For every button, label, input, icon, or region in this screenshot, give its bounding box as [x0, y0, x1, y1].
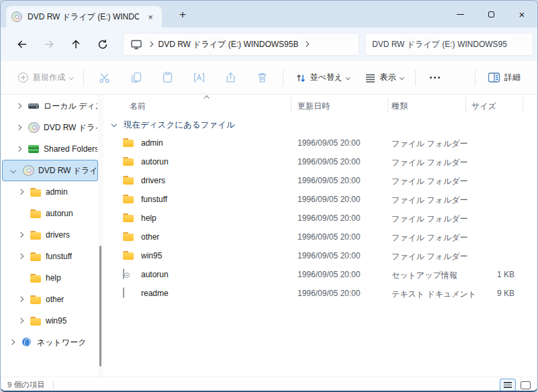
file-type: セットアップ情報: [392, 270, 457, 281]
file-name: admin: [141, 138, 163, 148]
sidebar-item-local-disk[interactable]: ローカル ディスク: [1, 95, 98, 117]
sidebar-scrollbar-thumb[interactable]: [99, 246, 101, 366]
table-row[interactable]: admin 1996/09/05 20:00 ファイル フォルダー: [105, 134, 537, 152]
sidebar-item-drivers[interactable]: drivers: [1, 224, 98, 246]
column-header-modified[interactable]: 更新日時: [298, 101, 330, 112]
breadcrumb[interactable]: DVD RW ドライブ (E:) WINDOWS95B: [159, 39, 299, 50]
sidebar-item-label: other: [46, 295, 64, 304]
file-date: 1996/09/05 20:00: [298, 270, 360, 279]
chevron-right-icon[interactable]: [18, 232, 24, 238]
tab-title: DVD RW ドライブ (E:) WINDOWS: [28, 11, 139, 23]
chevron-right-icon[interactable]: [16, 125, 21, 130]
details-pane-button[interactable]: 詳細: [480, 66, 528, 90]
share-button[interactable]: [215, 66, 246, 90]
dvd-disc-icon: [11, 11, 22, 22]
file-name: drivers: [141, 176, 165, 185]
column-divider[interactable]: [388, 97, 388, 113]
folder-icon: [123, 138, 134, 148]
file-list: 名前 更新日時 種類 サイズ 現在ディスクにあるファイル admin 1996/…: [105, 95, 537, 377]
sidebar-item-label: DVD RW ドライブ: [38, 165, 97, 177]
sort-button[interactable]: 並べ替え: [288, 66, 357, 90]
up-button[interactable]: [62, 33, 89, 56]
view-toggles: [500, 379, 531, 391]
text-document-icon: [123, 287, 124, 298]
table-row[interactable]: readme 1996/09/05 20:00 テキスト ドキュメント 9 KB: [105, 284, 537, 303]
column-header-type[interactable]: 種類: [392, 101, 408, 112]
new-item-button[interactable]: 新規作成: [18, 72, 79, 83]
address-bar[interactable]: DVD RW ドライブ (E:) WINDOWS95B: [123, 33, 359, 56]
search-input[interactable]: DVD RW ドライブ (E:) WINDOWS95: [365, 33, 533, 56]
minimize-button[interactable]: [445, 1, 476, 28]
folder-icon: [123, 156, 134, 166]
file-date: 1996/09/05 20:00: [298, 138, 360, 148]
chevron-down-icon: [69, 75, 73, 79]
column-divider[interactable]: [291, 97, 292, 113]
sidebar-item-label: DVD RW ドライブ: [44, 122, 97, 134]
column-header-size[interactable]: サイズ: [472, 101, 496, 112]
toolbar-divider: [283, 70, 283, 86]
status-bar: 9 個の項目: [1, 377, 537, 392]
sidebar-item-other[interactable]: other: [1, 289, 98, 310]
details-view-button[interactable]: [500, 379, 516, 391]
icons-view-button[interactable]: [521, 381, 531, 389]
tab-close-button[interactable]: ×: [144, 11, 156, 23]
breadcrumb-chevron-icon[interactable]: [304, 42, 309, 47]
column-headers: 名前 更新日時 種類 サイズ: [105, 95, 537, 115]
column-divider[interactable]: [523, 97, 523, 113]
chevron-right-icon[interactable]: [18, 254, 24, 259]
sidebar-item-win95[interactable]: win95: [1, 310, 98, 332]
chevron-down-icon[interactable]: [11, 168, 16, 173]
sidebar-item-autorun[interactable]: autorun: [1, 203, 98, 224]
refresh-icon: [97, 38, 109, 50]
navigation-bar: DVD RW ドライブ (E:) WINDOWS95B DVD RW ドライブ …: [1, 28, 537, 61]
command-bar: 新規作成 並べ替え 表示: [1, 61, 537, 95]
paste-button[interactable]: [152, 66, 183, 90]
details-pane-icon: [488, 72, 500, 83]
group-header[interactable]: 現在ディスクにあるファイル: [105, 115, 537, 134]
column-header-name[interactable]: 名前: [130, 101, 146, 112]
maximize-icon: [488, 11, 494, 17]
more-options-button[interactable]: [420, 66, 449, 90]
cut-button[interactable]: [89, 66, 120, 90]
delete-button[interactable]: [246, 66, 278, 90]
new-tab-button[interactable]: +: [174, 7, 191, 23]
close-button[interactable]: ×: [506, 1, 537, 28]
breadcrumb-chevron-icon[interactable]: [148, 42, 153, 47]
chevron-right-icon[interactable]: [18, 318, 24, 324]
view-button[interactable]: 表示: [357, 66, 411, 90]
table-row[interactable]: help 1996/09/05 20:00 ファイル フォルダー: [105, 209, 537, 228]
rename-button[interactable]: [183, 66, 215, 90]
sidebar-item-admin[interactable]: admin: [1, 181, 98, 203]
folder-icon: [30, 316, 42, 326]
maximize-button[interactable]: [476, 1, 506, 28]
table-row[interactable]: autorun 1996/09/05 20:00 ファイル フォルダー: [105, 152, 537, 171]
table-row[interactable]: other 1996/09/05 20:00 ファイル フォルダー: [105, 228, 537, 246]
title-bar: DVD RW ドライブ (E:) WINDOWS × + ×: [1, 1, 537, 28]
forward-button[interactable]: [36, 33, 62, 56]
chevron-right-icon[interactable]: [16, 146, 21, 152]
refresh-button[interactable]: [89, 33, 116, 56]
sidebar-item-shared-folders[interactable]: Shared Folders: [1, 138, 98, 160]
trash-icon: [256, 71, 269, 84]
table-row[interactable]: win95 1996/09/05 20:00 ファイル フォルダー: [105, 246, 537, 265]
folder-icon: [30, 273, 42, 283]
chevron-right-icon[interactable]: [18, 189, 24, 195]
sidebar-item-funstuff[interactable]: funstuff: [1, 246, 98, 267]
chevron-down-icon: [111, 121, 117, 127]
back-button[interactable]: [9, 33, 36, 56]
copy-button[interactable]: [120, 66, 152, 90]
sidebar-item-network[interactable]: ネットワーク: [1, 332, 98, 353]
table-row[interactable]: funstuff 1996/09/05 20:00 ファイル フォルダー: [105, 190, 537, 209]
column-divider[interactable]: [465, 97, 466, 113]
sidebar-item-label: admin: [46, 187, 68, 197]
table-row[interactable]: drivers 1996/09/05 20:00 ファイル フォルダー: [105, 171, 537, 190]
file-name: help: [141, 213, 156, 223]
chevron-right-icon[interactable]: [16, 103, 21, 109]
chevron-right-icon[interactable]: [9, 340, 15, 345]
sidebar-item-help[interactable]: help: [1, 267, 98, 289]
table-row[interactable]: autorun 1996/09/05 20:00 セットアップ情報 1 KB: [105, 265, 537, 284]
sidebar-item-dvd-drive[interactable]: DVD RW ドライブ: [1, 117, 98, 138]
explorer-tab[interactable]: DVD RW ドライブ (E:) WINDOWS ×: [6, 6, 162, 28]
sidebar-item-dvd-drive-selected[interactable]: DVD RW ドライブ: [2, 160, 98, 181]
chevron-right-icon[interactable]: [18, 297, 24, 302]
